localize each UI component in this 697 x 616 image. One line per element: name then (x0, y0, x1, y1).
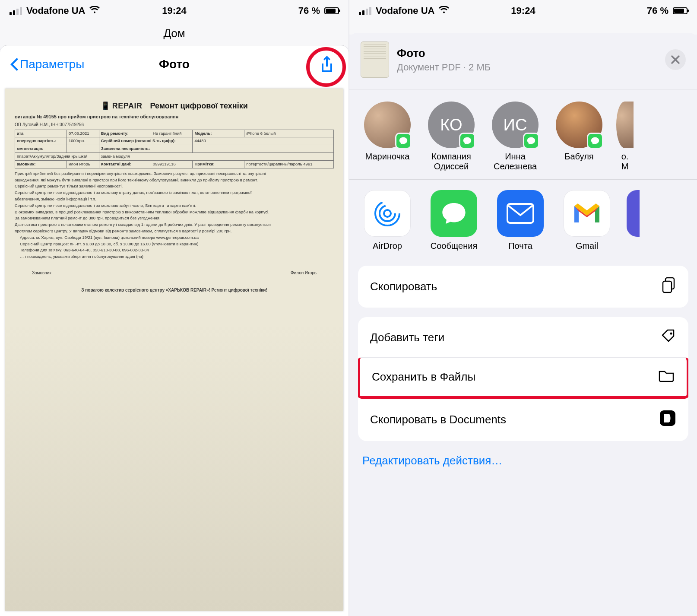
status-bar: Vodafone UA 19:24 76 % (349, 0, 697, 22)
share-header: Фото Документ PDF · 2 МБ (349, 33, 697, 89)
contact-name: Мариночка (361, 152, 414, 162)
documents-app-icon (659, 410, 676, 430)
file-thumbnail (361, 41, 389, 78)
action-copy-to-documents[interactable]: Скопировать в Documents (358, 398, 688, 441)
app-airdrop[interactable]: AirDrop (361, 190, 414, 251)
avatar: ИС (492, 102, 539, 148)
doc-blank-area (5, 324, 343, 611)
battery-icon (324, 7, 339, 14)
contact-name: Бабуля (552, 152, 606, 162)
contact-name: Компания (425, 152, 478, 162)
doc-footer: З повагою колектив сервісного центру «ХА… (15, 287, 334, 293)
share-sheet: Фото Документ PDF · 2 МБ Мариночка КО Ко… (349, 33, 697, 616)
contacts-row[interactable]: Мариночка КО Компания Одиссей ИС Инна Се… (349, 89, 697, 179)
action-copy[interactable]: Скопировать (358, 266, 688, 308)
edit-actions-link[interactable]: Редактировать действия… (349, 451, 697, 480)
document-page: REPAIR Ремонт цифрової техніки витанція … (5, 89, 343, 611)
action-label: Добавить теги (370, 331, 444, 344)
back-button[interactable]: Параметры (10, 57, 84, 71)
contact-item[interactable]: Бабуля (552, 102, 606, 171)
battery-percent: 76 % (647, 5, 668, 16)
contact-item[interactable]: ИС Инна Селезнева (488, 102, 542, 171)
doc-title: Ремонт цифрової техніки (150, 101, 247, 111)
contact-name2: Селезнева (488, 162, 542, 171)
action-group-main: Добавить теги Сохранить в Файлы Скопиров… (358, 317, 688, 441)
app-extra[interactable] (627, 190, 640, 251)
svg-point-6 (670, 332, 672, 334)
contact-name2: Одиссей (425, 162, 478, 171)
preview-sheet: Параметры Фото REPAIR Ремонт цифрової те… (0, 45, 348, 616)
background-nav-title: Дом (0, 22, 348, 48)
doc-fop: ОП Луговий Н.М., ІНН:3077519256 (15, 122, 334, 128)
doc-table: ата07.06.2021 Вид ремонту:Не гарантійний… (15, 130, 334, 168)
tag-icon (661, 328, 676, 347)
close-button[interactable] (665, 49, 686, 70)
wifi-icon (439, 5, 449, 16)
doc-receipt-line: витанція № 49155 про прийом пристрою на … (15, 114, 334, 120)
contact-name: о. (616, 152, 634, 162)
avatar (556, 102, 602, 148)
share-button[interactable] (316, 53, 338, 76)
copy-icon (662, 277, 676, 296)
action-add-tags[interactable]: Добавить теги (358, 317, 688, 358)
mail-icon (497, 190, 544, 237)
status-bar: Vodafone UA 19:24 76 % (0, 0, 348, 22)
document-preview[interactable]: REPAIR Ремонт цифрової техніки витанція … (0, 83, 348, 616)
messages-icon (431, 190, 477, 237)
app-messages[interactable]: Сообщения (427, 190, 481, 251)
action-label: Скопировать (370, 280, 437, 293)
svg-point-0 (384, 210, 391, 217)
apps-row[interactable]: AirDrop Сообщения Почта Gmail (349, 180, 697, 266)
app-gmail[interactable]: Gmail (560, 190, 614, 251)
battery-percent: 76 % (298, 5, 320, 16)
doc-logo: REPAIR (101, 101, 142, 111)
carrier-name: Vodafone UA (376, 5, 434, 16)
right-screenshot: Vodafone UA 19:24 76 % Фото Документ PDF… (348, 0, 697, 616)
carrier-name: Vodafone UA (26, 5, 85, 16)
signal-icon (359, 7, 371, 15)
contact-item[interactable]: КО Компания Одиссей (425, 102, 478, 171)
app-label: Почта (494, 241, 547, 251)
doc-signatures: ЗамовникФилон Игорь (15, 270, 334, 276)
wifi-icon (89, 5, 100, 16)
avatar (616, 102, 634, 148)
action-label: Скопировать в Documents (370, 413, 506, 426)
back-label: Параметры (20, 57, 84, 71)
app-icon (627, 190, 640, 237)
svg-rect-5 (663, 281, 672, 292)
doc-body: Пристрій прийнятий без розбирання і пере… (15, 171, 334, 260)
folder-icon (658, 369, 675, 385)
gmail-icon (564, 190, 610, 237)
contact-item[interactable]: Мариночка (361, 102, 414, 171)
svg-rect-3 (507, 204, 533, 223)
avatar (364, 102, 411, 148)
messages-badge-icon (587, 133, 603, 149)
contact-name2: М (616, 162, 634, 171)
battery-icon (673, 7, 687, 14)
app-label: Сообщения (427, 241, 481, 251)
messages-badge-icon (459, 133, 475, 149)
airdrop-icon (364, 190, 411, 237)
left-screenshot: Vodafone UA 19:24 76 % Дом Параметры Фот… (0, 0, 348, 616)
app-mail[interactable]: Почта (494, 190, 547, 251)
messages-badge-icon (395, 133, 412, 149)
app-label: Gmail (560, 241, 614, 251)
file-title: Фото (397, 47, 491, 60)
messages-badge-icon (523, 133, 539, 149)
action-group-copy: Скопировать (358, 266, 688, 308)
contact-name: Инна (488, 152, 542, 162)
avatar: КО (428, 102, 475, 148)
contact-item[interactable]: о. М (616, 102, 634, 171)
signal-icon (10, 7, 22, 15)
preview-header: Параметры Фото (0, 45, 348, 83)
app-label: AirDrop (361, 241, 414, 251)
svg-point-1 (380, 206, 395, 221)
action-save-to-files[interactable]: Сохранить в Файлы (358, 357, 688, 399)
action-label: Сохранить в Файлы (372, 370, 475, 384)
file-subtitle: Документ PDF · 2 МБ (397, 62, 491, 73)
